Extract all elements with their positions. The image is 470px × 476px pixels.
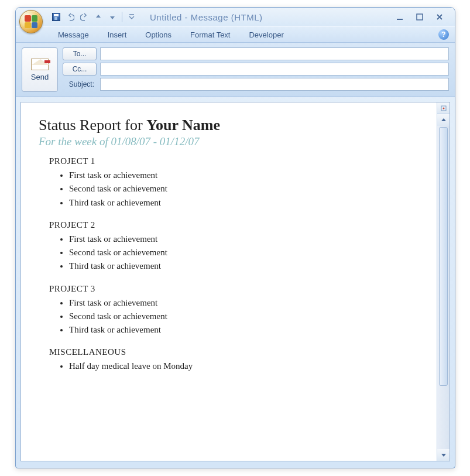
triangle-up-icon: [441, 117, 447, 123]
task-item: Third task or achievement: [69, 259, 419, 273]
cc-input[interactable]: [100, 63, 449, 76]
titlebar: Untitled - Message (HTML): [16, 8, 455, 26]
tab-format-text[interactable]: Format Text: [181, 28, 239, 42]
close-button[interactable]: [433, 12, 447, 22]
previous-item-button[interactable]: [92, 11, 105, 23]
document-title: Status Report for Your Name: [39, 117, 419, 134]
task-item: First task or achievement: [69, 296, 419, 310]
minimize-button[interactable]: [393, 12, 407, 22]
message-window: Untitled - Message (HTML) Message Insert…: [15, 7, 455, 468]
task-item: Second task or achievement: [69, 310, 419, 323]
header-fields: To... Cc... Subject:: [63, 47, 449, 92]
scroll-thumb[interactable]: [439, 127, 448, 386]
document-sections: PROJECT 1First task or achievementSecond…: [39, 156, 419, 374]
task-item: First task or achievement: [69, 169, 419, 182]
redo-button[interactable]: [78, 11, 91, 23]
quick-access-toolbar: [50, 8, 138, 26]
tab-options[interactable]: Options: [136, 28, 181, 42]
close-icon: [436, 13, 443, 20]
tab-insert[interactable]: Insert: [98, 28, 136, 42]
svg-rect-1: [417, 14, 423, 20]
section-heading: PROJECT 3: [49, 284, 419, 294]
triangle-down-icon: [441, 452, 447, 458]
qat-separator: [122, 12, 122, 22]
ribbon-tabs: Message Insert Options Format Text Devel…: [16, 26, 455, 43]
help-button[interactable]: ?: [438, 29, 449, 40]
task-list: First task or achievementSecond task or …: [69, 169, 419, 210]
task-item: Second task or achievement: [69, 182, 419, 196]
tab-message[interactable]: Message: [49, 28, 98, 42]
cc-button[interactable]: Cc...: [63, 63, 97, 76]
redo-icon: [80, 13, 88, 21]
undo-icon: [66, 13, 74, 21]
maximize-icon: [416, 13, 423, 20]
save-icon: [52, 13, 60, 21]
svg-rect-0: [397, 19, 403, 20]
to-button[interactable]: To...: [63, 47, 97, 60]
message-body-container: Status Report for Your Name For the week…: [20, 102, 450, 461]
window-controls: [393, 12, 451, 22]
section-heading: PROJECT 2: [49, 220, 419, 230]
customize-qat-button[interactable]: [125, 11, 138, 23]
task-list: First task or achievementSecond task or …: [69, 232, 419, 273]
scroll-track[interactable]: [437, 126, 450, 449]
subject-label: Subject:: [63, 80, 97, 88]
section-heading: PROJECT 1: [49, 156, 419, 166]
cc-row: Cc...: [63, 63, 449, 76]
window-title: Untitled - Message (HTML): [150, 12, 263, 22]
subject-row: Subject:: [63, 78, 449, 91]
up-arrow-icon: [95, 13, 102, 20]
title-name: Your Name: [146, 117, 220, 133]
minimize-icon: [396, 13, 403, 20]
down-arrow-icon: [109, 13, 116, 20]
compose-header: Send To... Cc... Subject:: [16, 43, 455, 97]
undo-button[interactable]: [64, 11, 77, 23]
subject-input[interactable]: [100, 78, 449, 91]
task-list: Half day medical leave on Monday: [69, 359, 419, 373]
task-item: First task or achievement: [69, 232, 419, 246]
tab-developer[interactable]: Developer: [239, 28, 293, 42]
office-logo-icon: [25, 15, 37, 28]
chevron-down-icon: [129, 14, 135, 20]
to-row: To...: [63, 47, 449, 60]
help-icon: ?: [441, 30, 445, 39]
task-item: Half day medical leave on Monday: [69, 359, 419, 373]
send-button[interactable]: Send: [22, 47, 58, 92]
scroll-options-icon: [440, 105, 447, 112]
next-item-button[interactable]: [106, 11, 119, 23]
save-button[interactable]: [50, 11, 63, 23]
office-button[interactable]: [19, 10, 43, 33]
send-label: Send: [31, 73, 49, 81]
task-item: Third task or achievement: [69, 196, 419, 210]
maximize-button[interactable]: [413, 12, 427, 22]
to-input[interactable]: [100, 47, 449, 60]
envelope-icon: [31, 59, 49, 70]
scroll-down-button[interactable]: [437, 449, 450, 461]
vertical-scrollbar[interactable]: [437, 102, 450, 461]
task-list: First task or achievementSecond task or …: [69, 296, 419, 337]
section-heading: MISCELLANEOUS: [49, 347, 419, 357]
message-body[interactable]: Status Report for Your Name For the week…: [21, 102, 437, 461]
task-item: Third task or achievement: [69, 323, 419, 337]
scroll-up-button[interactable]: [437, 114, 450, 126]
title-prefix: Status Report for: [39, 117, 146, 133]
scroll-options-button[interactable]: [437, 102, 450, 114]
svg-point-3: [442, 107, 444, 109]
task-item: Second task or achievement: [69, 246, 419, 259]
document-subtitle: For the week of 01/08/07 - 01/12/07: [39, 135, 419, 148]
